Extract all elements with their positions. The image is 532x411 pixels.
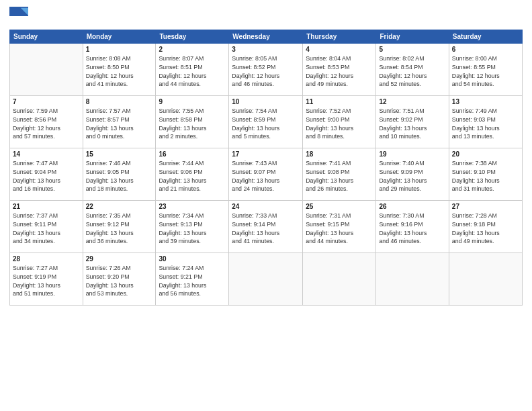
day-number: 19: [379, 150, 445, 158]
day-info: Sunrise: 7:37 AM Sunset: 9:11 PM Dayligh…: [13, 212, 80, 246]
day-number: 24: [232, 203, 300, 210]
calendar-cell: 13Sunrise: 7:49 AM Sunset: 9:03 PM Dayli…: [449, 96, 522, 148]
day-number: 14: [13, 150, 80, 158]
day-number: 11: [306, 98, 373, 105]
day-info: Sunrise: 7:57 AM Sunset: 8:57 PM Dayligh…: [86, 107, 153, 141]
day-info: Sunrise: 7:47 AM Sunset: 9:04 PM Dayligh…: [13, 159, 80, 193]
calendar-cell: 4Sunrise: 8:04 AM Sunset: 8:53 PM Daylig…: [303, 44, 376, 96]
day-info: Sunrise: 8:05 AM Sunset: 8:52 PM Dayligh…: [232, 54, 300, 89]
day-number: 5: [379, 46, 445, 53]
calendar-cell: 11Sunrise: 7:52 AM Sunset: 9:00 PM Dayli…: [303, 96, 376, 148]
calendar-cell: 1Sunrise: 8:08 AM Sunset: 8:50 PM Daylig…: [83, 44, 156, 96]
day-info: Sunrise: 7:33 AM Sunset: 9:14 PM Dayligh…: [232, 212, 300, 246]
weekday-header-saturday: Saturday: [449, 30, 522, 44]
calendar-cell: 17Sunrise: 7:43 AM Sunset: 9:07 PM Dayli…: [229, 148, 303, 201]
week-row-2: 7Sunrise: 7:59 AM Sunset: 8:56 PM Daylig…: [10, 96, 523, 148]
logo-icon: [9, 7, 28, 26]
week-row-4: 21Sunrise: 7:37 AM Sunset: 9:11 PM Dayli…: [10, 201, 523, 253]
day-info: Sunrise: 7:52 AM Sunset: 9:00 PM Dayligh…: [306, 107, 373, 141]
day-info: Sunrise: 8:08 AM Sunset: 8:50 PM Dayligh…: [86, 54, 153, 89]
day-number: 12: [379, 98, 445, 105]
weekday-header-wednesday: Wednesday: [229, 30, 303, 44]
day-info: Sunrise: 7:51 AM Sunset: 9:02 PM Dayligh…: [379, 107, 445, 141]
day-number: 10: [232, 98, 300, 105]
day-info: Sunrise: 8:04 AM Sunset: 8:53 PM Dayligh…: [306, 54, 373, 89]
day-info: Sunrise: 7:54 AM Sunset: 8:59 PM Dayligh…: [232, 107, 300, 141]
day-info: Sunrise: 7:38 AM Sunset: 9:10 PM Dayligh…: [452, 159, 519, 193]
calendar-cell: 10Sunrise: 7:54 AM Sunset: 8:59 PM Dayli…: [229, 96, 303, 148]
day-info: Sunrise: 7:55 AM Sunset: 8:58 PM Dayligh…: [159, 107, 226, 141]
day-info: Sunrise: 7:27 AM Sunset: 9:19 PM Dayligh…: [13, 264, 80, 298]
calendar-cell: 23Sunrise: 7:34 AM Sunset: 9:13 PM Dayli…: [156, 201, 229, 253]
calendar-cell: 2Sunrise: 8:07 AM Sunset: 8:51 PM Daylig…: [156, 44, 229, 96]
day-number: 30: [159, 255, 226, 263]
day-info: Sunrise: 7:31 AM Sunset: 9:15 PM Dayligh…: [306, 212, 373, 246]
calendar-cell: 21Sunrise: 7:37 AM Sunset: 9:11 PM Dayli…: [10, 201, 83, 253]
header: [9, 7, 523, 26]
day-number: 2: [159, 46, 226, 53]
calendar-cell: 19Sunrise: 7:40 AM Sunset: 9:09 PM Dayli…: [376, 148, 449, 201]
calendar-cell: 8Sunrise: 7:57 AM Sunset: 8:57 PM Daylig…: [83, 96, 156, 148]
day-number: 18: [306, 150, 373, 158]
weekday-header-thursday: Thursday: [303, 30, 376, 44]
calendar-cell: 29Sunrise: 7:26 AM Sunset: 9:20 PM Dayli…: [83, 253, 156, 306]
calendar-cell: 25Sunrise: 7:31 AM Sunset: 9:15 PM Dayli…: [303, 201, 376, 253]
calendar-table: SundayMondayTuesdayWednesdayThursdayFrid…: [9, 30, 523, 306]
calendar-cell: 9Sunrise: 7:55 AM Sunset: 8:58 PM Daylig…: [156, 96, 229, 148]
day-info: Sunrise: 7:44 AM Sunset: 9:06 PM Dayligh…: [159, 159, 226, 193]
weekday-header-friday: Friday: [376, 30, 449, 44]
day-info: Sunrise: 8:02 AM Sunset: 8:54 PM Dayligh…: [379, 54, 445, 89]
weekday-header-tuesday: Tuesday: [156, 30, 229, 44]
calendar-cell: 22Sunrise: 7:35 AM Sunset: 9:12 PM Dayli…: [83, 201, 156, 253]
day-number: 1: [86, 46, 153, 53]
day-number: 4: [306, 46, 373, 53]
calendar-cell: 5Sunrise: 8:02 AM Sunset: 8:54 PM Daylig…: [376, 44, 449, 96]
weekday-header-sunday: Sunday: [10, 30, 83, 44]
day-number: 9: [159, 98, 226, 105]
calendar-cell: 7Sunrise: 7:59 AM Sunset: 8:56 PM Daylig…: [10, 96, 83, 148]
day-info: Sunrise: 7:34 AM Sunset: 9:13 PM Dayligh…: [159, 212, 226, 246]
day-info: Sunrise: 7:46 AM Sunset: 9:05 PM Dayligh…: [86, 159, 153, 193]
calendar-cell: [229, 253, 303, 306]
calendar-cell: 28Sunrise: 7:27 AM Sunset: 9:19 PM Dayli…: [10, 253, 83, 306]
calendar-cell: [376, 253, 449, 306]
day-number: 13: [452, 98, 519, 105]
day-info: Sunrise: 7:43 AM Sunset: 9:07 PM Dayligh…: [232, 159, 300, 193]
svg-rect-1: [9, 16, 28, 26]
calendar-cell: 15Sunrise: 7:46 AM Sunset: 9:05 PM Dayli…: [83, 148, 156, 201]
calendar-cell: 12Sunrise: 7:51 AM Sunset: 9:02 PM Dayli…: [376, 96, 449, 148]
day-number: 28: [13, 255, 80, 263]
calendar-cell: 26Sunrise: 7:30 AM Sunset: 9:16 PM Dayli…: [376, 201, 449, 253]
day-info: Sunrise: 7:30 AM Sunset: 9:16 PM Dayligh…: [379, 212, 445, 246]
day-info: Sunrise: 7:28 AM Sunset: 9:18 PM Dayligh…: [452, 212, 519, 246]
day-number: 20: [452, 150, 519, 158]
calendar-cell: 18Sunrise: 7:41 AM Sunset: 9:08 PM Dayli…: [303, 148, 376, 201]
day-number: 29: [86, 255, 153, 263]
page: SundayMondayTuesdayWednesdayThursdayFrid…: [0, 0, 532, 411]
day-number: 21: [13, 203, 80, 210]
calendar-cell: 30Sunrise: 7:24 AM Sunset: 9:21 PM Dayli…: [156, 253, 229, 306]
day-number: 6: [452, 46, 519, 53]
day-number: 3: [232, 46, 300, 53]
calendar-cell: 14Sunrise: 7:47 AM Sunset: 9:04 PM Dayli…: [10, 148, 83, 201]
day-info: Sunrise: 7:41 AM Sunset: 9:08 PM Dayligh…: [306, 159, 373, 193]
weekday-header-row: SundayMondayTuesdayWednesdayThursdayFrid…: [10, 30, 523, 44]
calendar-cell: 6Sunrise: 8:00 AM Sunset: 8:55 PM Daylig…: [449, 44, 522, 96]
day-number: 25: [306, 203, 373, 210]
day-number: 27: [452, 203, 519, 210]
day-info: Sunrise: 7:26 AM Sunset: 9:20 PM Dayligh…: [86, 264, 153, 298]
calendar-cell: 20Sunrise: 7:38 AM Sunset: 9:10 PM Dayli…: [449, 148, 522, 201]
day-number: 16: [159, 150, 226, 158]
day-number: 17: [232, 150, 300, 158]
calendar-cell: 27Sunrise: 7:28 AM Sunset: 9:18 PM Dayli…: [449, 201, 522, 253]
day-number: 8: [86, 98, 153, 105]
day-info: Sunrise: 7:49 AM Sunset: 9:03 PM Dayligh…: [452, 107, 519, 141]
calendar-cell: [449, 253, 522, 306]
week-row-5: 28Sunrise: 7:27 AM Sunset: 9:19 PM Dayli…: [10, 253, 523, 306]
day-number: 26: [379, 203, 445, 210]
day-info: Sunrise: 7:59 AM Sunset: 8:56 PM Dayligh…: [13, 107, 80, 141]
day-number: 15: [86, 150, 153, 158]
calendar-cell: 16Sunrise: 7:44 AM Sunset: 9:06 PM Dayli…: [156, 148, 229, 201]
day-number: 23: [159, 203, 226, 210]
day-info: Sunrise: 7:24 AM Sunset: 9:21 PM Dayligh…: [159, 264, 226, 298]
